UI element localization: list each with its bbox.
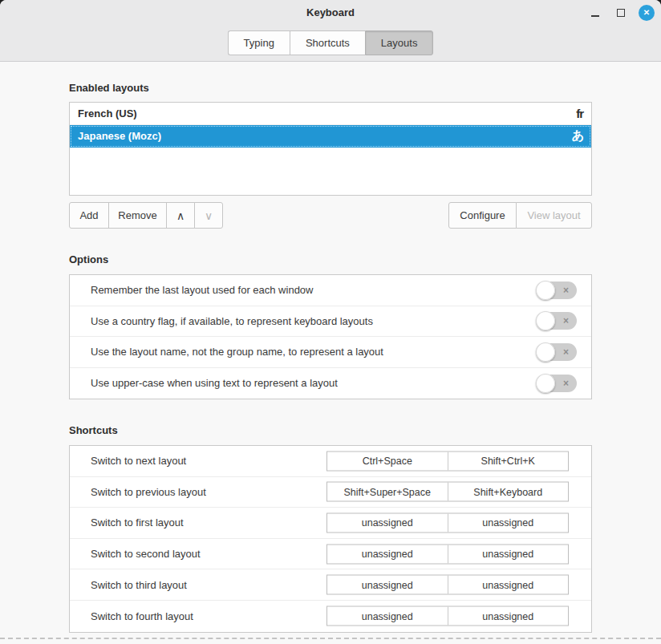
add-layout-button[interactable]: Add [69, 202, 109, 229]
toggle-off-icon: × [563, 286, 569, 295]
option-label: Use a country flag, if available, to rep… [91, 315, 373, 327]
close-icon: ✕ [643, 9, 650, 17]
keybinding-button-1[interactable]: unassigned [327, 576, 448, 594]
keybinding-group: unassigned unassigned [326, 606, 569, 626]
shortcut-row-second-layout: Switch to second layout unassigned unass… [70, 539, 591, 570]
toggle-knob [536, 374, 555, 393]
close-button[interactable]: ✕ [639, 5, 655, 21]
keybinding-button-1[interactable]: unassigned [327, 545, 448, 563]
window-header: Keyboard ✕ Typing Shortcuts Layouts [0, 0, 661, 62]
layout-indicator-ja: あ [572, 128, 583, 144]
keybinding-button-2[interactable]: unassigned [448, 513, 569, 532]
layout-list: French (US) fr Japanese (Mozc) あ [69, 102, 592, 196]
keybinding-button-1[interactable]: Ctrl+Space [327, 452, 448, 470]
layout-list-actions: Add Remove ∧ ∨ [69, 202, 223, 229]
window-bottom-edge [0, 638, 661, 639]
layout-indicator-fr: fr [576, 107, 583, 120]
toggle-knob [536, 281, 555, 300]
option-label: Use the layout name, not the group name,… [91, 346, 383, 358]
shortcuts-heading: Shortcuts [69, 424, 118, 436]
option-row-country-flag: Use a country flag, if available, to rep… [70, 306, 591, 338]
keybinding-button-1[interactable]: Shift+Super+Space [327, 483, 448, 501]
configure-button[interactable]: Configure [448, 202, 517, 229]
toggle-upper-case[interactable]: × [536, 375, 577, 392]
window-controls: ✕ [587, 4, 655, 22]
toggle-remember-last-layout[interactable]: × [536, 281, 577, 299]
option-row-remember-last-layout: Remember the last layout used for each w… [70, 275, 591, 306]
maximize-button[interactable] [613, 5, 629, 21]
chevron-down-icon: ∨ [205, 210, 213, 221]
keybinding-group: Ctrl+Space Shift+Ctrl+K [326, 451, 569, 471]
toggle-layout-name[interactable]: × [536, 343, 577, 361]
toggle-knob [536, 311, 555, 330]
shortcut-row-third-layout: Switch to third layout unassigned unassi… [70, 569, 591, 601]
layout-config-actions: Configure View layout [448, 202, 592, 229]
keybinding-group: unassigned unassigned [326, 575, 569, 595]
shortcut-label: Switch to second layout [91, 548, 201, 560]
keybinding-button-2[interactable]: Shift+Keyboard [448, 483, 569, 501]
minimize-button[interactable] [587, 5, 603, 21]
layout-row-french[interactable]: French (US) fr [70, 103, 591, 125]
options-heading: Options [69, 253, 108, 265]
toggle-knob [536, 342, 555, 362]
keybinding-button-2[interactable]: unassigned [448, 576, 569, 594]
maximize-icon [617, 9, 625, 17]
shortcut-label: Switch to fourth layout [91, 610, 193, 622]
keybinding-button-1[interactable]: unassigned [327, 513, 448, 532]
toggle-country-flag[interactable]: × [536, 312, 577, 330]
keybinding-button-1[interactable]: unassigned [327, 607, 448, 626]
options-list: Remember the last layout used for each w… [69, 274, 592, 399]
move-layout-up-button[interactable]: ∧ [166, 202, 195, 229]
keybinding-button-2[interactable]: unassigned [448, 545, 569, 563]
shortcut-row-next-layout: Switch to next layout Ctrl+Space Shift+C… [70, 446, 591, 477]
chevron-up-icon: ∧ [176, 210, 185, 221]
toggle-off-icon: × [563, 347, 569, 357]
option-row-layout-name: Use the layout name, not the group name,… [70, 337, 591, 368]
tab-shortcuts[interactable]: Shortcuts [290, 30, 365, 55]
enabled-layouts-heading: Enabled layouts [69, 82, 149, 94]
keybinding-group: unassigned unassigned [326, 512, 569, 533]
shortcut-label: Switch to previous layout [91, 486, 206, 498]
move-layout-down-button[interactable]: ∨ [194, 202, 223, 229]
tab-layouts[interactable]: Layouts [365, 30, 434, 55]
shortcut-row-fourth-layout: Switch to fourth layout unassigned unass… [70, 601, 591, 632]
option-label: Use upper-case when using text to repres… [91, 377, 338, 389]
toggle-off-icon: × [563, 316, 569, 326]
option-row-upper-case: Use upper-case when using text to repres… [70, 368, 591, 399]
keybinding-button-2[interactable]: Shift+Ctrl+K [448, 452, 569, 470]
tab-bar: Typing Shortcuts Layouts [0, 30, 661, 55]
layout-name: Japanese (Mozc) [78, 130, 161, 142]
shortcut-label: Switch to third layout [91, 579, 187, 591]
option-label: Remember the last layout used for each w… [91, 284, 313, 296]
titlebar[interactable]: Keyboard ✕ [0, 0, 661, 26]
keybinding-group: unassigned unassigned [326, 544, 569, 564]
tab-typing[interactable]: Typing [228, 30, 290, 55]
remove-layout-button[interactable]: Remove [108, 202, 167, 229]
keybinding-group: Shift+Super+Space Shift+Keyboard [326, 482, 569, 502]
keybinding-button-2[interactable]: unassigned [448, 607, 569, 626]
shortcuts-list: Switch to next layout Ctrl+Space Shift+C… [69, 445, 592, 633]
view-layout-button[interactable]: View layout [516, 202, 592, 229]
layout-name: French (US) [78, 107, 137, 119]
layout-row-japanese[interactable]: Japanese (Mozc) あ [70, 125, 591, 148]
minimize-icon [591, 15, 599, 17]
keyboard-settings-window: Keyboard ✕ Typing Shortcuts Layouts Enab… [0, 0, 661, 644]
window-title: Keyboard [0, 6, 661, 18]
shortcut-row-first-layout: Switch to first layout unassigned unassi… [70, 508, 591, 539]
shortcut-label: Switch to first layout [91, 516, 184, 529]
toggle-off-icon: × [563, 379, 569, 388]
shortcut-row-previous-layout: Switch to previous layout Shift+Super+Sp… [70, 477, 591, 508]
shortcut-label: Switch to next layout [91, 455, 186, 467]
